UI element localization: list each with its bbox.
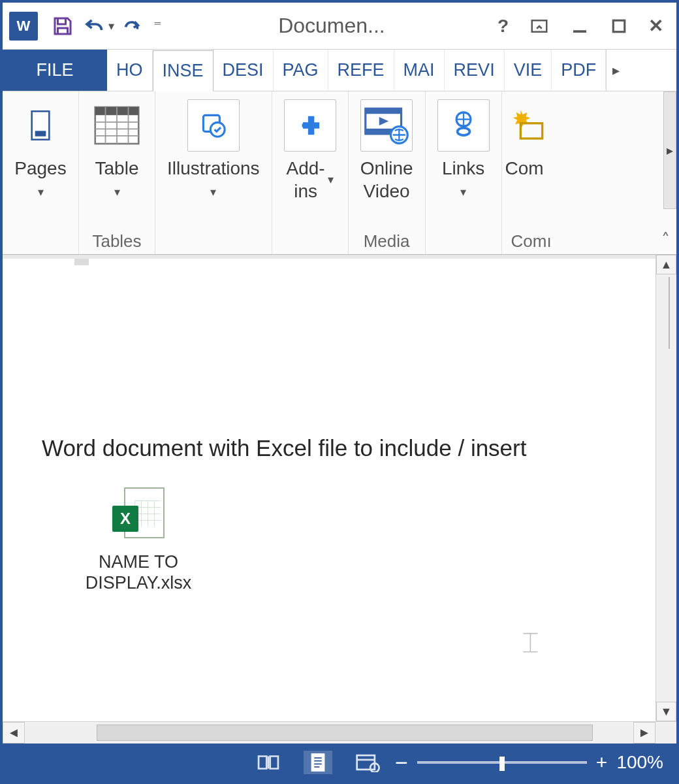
svg-rect-17 [312,754,324,770]
tab-home[interactable]: HO [107,50,153,91]
word-window: W ▾ ⁼ Documen... ? ✕ FILE [3,3,676,781]
ribbon-tabs: FILE HO INSE DESI PAG REFE MAI REVI VIE … [3,50,676,91]
media-group-label: Media [364,229,410,253]
window-title: Documen... [171,14,492,38]
minimize-button[interactable] [570,16,590,36]
tab-review[interactable]: REVI [445,50,505,91]
title-bar: W ▾ ⁼ Documen... ? ✕ [3,3,676,50]
online-video-label: Online Video [360,157,413,203]
tab-mailings[interactable]: MAI [394,50,445,91]
pages-label: Pages [14,157,66,180]
document-body-text[interactable]: Word document with Excel file to include… [42,435,526,461]
tab-references[interactable]: REFE [328,50,394,91]
vertical-scrollbar[interactable]: ▲ ▼ [655,255,676,721]
illustrations-caret-icon[interactable]: ▾ [210,185,216,200]
scroll-up-button[interactable]: ▲ [656,255,676,274]
table-label: Table [95,157,139,180]
ribbon-insert: Pages ▾ Table ▾ Tables [3,91,676,255]
scroll-down-button[interactable]: ▼ [656,702,676,721]
online-video-icon [360,99,413,152]
links-caret-icon[interactable]: ▾ [460,185,466,200]
scroll-left-button[interactable]: ◄ [3,722,25,743]
web-layout-button[interactable] [353,751,382,774]
ribbon-scroll-right[interactable]: ▸ [663,91,676,209]
illustrations-button[interactable]: Illustrations ▾ [162,95,265,204]
tab-page-layout[interactable]: PAG [274,50,328,91]
print-layout-button[interactable] [304,751,332,774]
ruler-indent-marker[interactable] [74,259,89,265]
svg-rect-1 [573,30,586,33]
tab-insert[interactable]: INSE [153,50,213,91]
qat-customize-icon[interactable]: ⁼ [153,17,162,35]
new-comment-icon [505,99,558,152]
svg-rect-16 [520,123,542,139]
online-video-button[interactable]: Online Video [355,95,418,206]
read-mode-button[interactable] [254,751,283,774]
table-button[interactable]: Table ▾ [86,95,148,204]
embedded-object-label: NAME TO DISPLAY.xlsx [73,551,204,594]
addins-label: Add- ins [287,157,325,203]
ribbon-display-options-icon[interactable] [528,16,550,36]
table-icon [91,99,143,152]
table-caret-icon[interactable]: ▾ [114,185,120,200]
zoom-slider-thumb[interactable] [499,757,505,771]
tab-overflow-button[interactable]: ▸ [606,50,625,91]
pages-button[interactable]: Pages ▾ [9,95,72,204]
pages-icon [14,99,67,152]
close-button[interactable]: ✕ [648,15,663,37]
undo-button[interactable]: ▾ [81,14,114,38]
comments-button[interactable]: Com [502,95,561,184]
links-icon [437,99,490,152]
maximize-button[interactable] [609,16,629,36]
help-icon[interactable]: ? [497,16,509,37]
tab-file[interactable]: FILE [3,50,107,91]
illustrations-icon [187,99,240,152]
addins-icon [284,99,336,152]
svg-rect-2 [613,20,625,32]
svg-rect-11 [366,108,402,114]
comments-label: Com [505,157,544,180]
zoom-control: − + 100% [395,750,663,776]
status-bar: − + 100% [3,743,676,781]
illustrations-label: Illustrations [167,157,260,180]
svg-rect-18 [357,755,375,770]
word-app-icon: W [9,12,38,41]
horizontal-scroll-track[interactable] [25,722,633,743]
document-canvas[interactable]: Word document with Excel file to include… [3,255,655,721]
embedded-excel-object[interactable]: X NAME TO DISPLAY.xlsx [73,487,204,594]
tables-group-label: Tables [92,229,141,253]
links-button[interactable]: Links ▾ [432,95,495,204]
addins-caret-icon[interactable]: ▾ [328,172,334,188]
zoom-level-label[interactable]: 100% [616,752,663,773]
vertical-scroll-thumb[interactable] [669,277,670,349]
zoom-in-button[interactable]: + [596,751,608,774]
horizontal-scroll-thumb[interactable] [97,725,593,741]
text-cursor-icon: ⌶ [523,628,538,656]
tab-design[interactable]: DESI [213,50,274,91]
save-icon[interactable] [50,13,76,39]
collapse-ribbon-icon[interactable]: ˄ [661,230,670,250]
scroll-right-button[interactable]: ► [633,722,655,743]
svg-rect-4 [35,131,46,136]
tab-view[interactable]: VIE [505,50,552,91]
svg-point-9 [302,122,308,128]
zoom-out-button[interactable]: − [395,750,408,776]
addins-button[interactable]: Add- ins ▾ [279,95,341,206]
horizontal-scrollbar[interactable]: ◄ ► [3,721,676,743]
excel-file-icon: X [112,487,165,546]
redo-button[interactable] [119,14,144,38]
comments-group-label: Comı [511,229,552,253]
document-area: Word document with Excel file to include… [3,255,676,721]
links-label: Links [442,157,484,180]
pages-caret-icon[interactable]: ▾ [38,185,44,200]
undo-dropdown-caret[interactable]: ▾ [108,19,114,33]
zoom-slider[interactable] [417,761,587,764]
view-buttons [254,751,382,774]
tab-pdf[interactable]: PDF [552,50,606,91]
